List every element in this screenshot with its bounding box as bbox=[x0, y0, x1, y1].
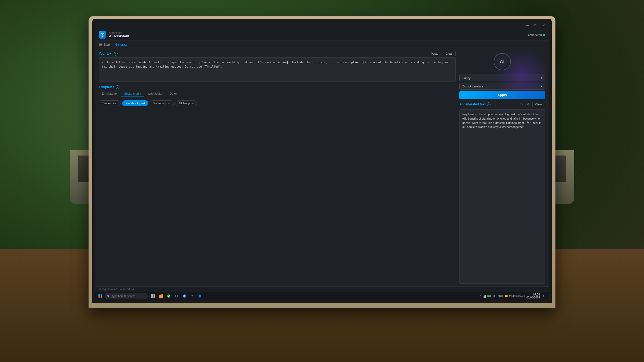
start-button[interactable] bbox=[97, 293, 104, 299]
nav-forward-button[interactable]: → bbox=[140, 32, 146, 37]
your-text-section: Your text i Paste Clear Write a 3-4 sent… bbox=[99, 51, 456, 83]
tone-chevron-icon: ▾ bbox=[541, 76, 542, 80]
svg-rect-3 bbox=[151, 296, 153, 298]
svg-rect-12 bbox=[485, 295, 486, 298]
window-chrome: — □ ✕ bbox=[95, 21, 549, 29]
app-brand: Ashampoo® bbox=[109, 32, 129, 34]
svg-rect-1 bbox=[151, 294, 153, 296]
ai-generated-section: AI generated text i ⧉ ⚙ Clear bbox=[459, 101, 545, 284]
ai-circle: AI bbox=[494, 53, 511, 70]
svg-text:M: M bbox=[506, 295, 507, 297]
your-text-clear-button[interactable]: Clear bbox=[443, 51, 456, 56]
win-sq-2 bbox=[101, 294, 102, 296]
tab-web[interactable]: Web design bbox=[144, 91, 166, 97]
facebook-post-button[interactable]: Facebook post bbox=[122, 100, 148, 106]
medal-area[interactable]: M Medal updates bbox=[504, 294, 525, 298]
youtube-post-button[interactable]: Youtube post bbox=[150, 100, 174, 106]
volume-icon bbox=[492, 294, 496, 298]
maximize-button[interactable]: □ bbox=[532, 23, 539, 28]
ai-generated-info-icon[interactable]: i bbox=[487, 102, 491, 106]
ai-generated-title-group: AI generated text i bbox=[459, 102, 491, 106]
tab-email[interactable]: Email/Letter bbox=[99, 91, 121, 97]
taskbar-checkmark-app[interactable] bbox=[165, 293, 172, 300]
svg-point-8 bbox=[184, 295, 185, 297]
taskbar-view-app[interactable] bbox=[150, 293, 157, 300]
app-icon bbox=[99, 31, 106, 39]
taskbar: 🔍 Type here to search bbox=[95, 292, 549, 300]
svg-rect-15 bbox=[488, 295, 490, 297]
taskbar-chrome-app[interactable] bbox=[181, 293, 188, 300]
breadcrumb-start[interactable]: Start bbox=[104, 43, 110, 46]
main-panel: Your text i Paste Clear Write a 3-4 sent… bbox=[95, 48, 549, 286]
controls-area: Funny ▾ Do not translate ▾ Apply bbox=[459, 75, 545, 99]
clock[interactable]: 07:56 02/08/2024 bbox=[526, 293, 540, 299]
taskbar-files-app[interactable] bbox=[158, 293, 164, 300]
minimize-button[interactable]: — bbox=[524, 23, 531, 28]
ai-output-text: Hey friends! Just dropped a new blog pos… bbox=[459, 109, 545, 284]
app-content: Ashampoo® AI-Assistant ← → connected ☰ bbox=[95, 29, 549, 292]
clock-date: 02/08/2024 bbox=[526, 296, 540, 299]
ai-circle-label: AI bbox=[500, 59, 505, 64]
system-tray: ⌃ bbox=[479, 294, 496, 298]
template-buttons: Twitter post Facebook post Youtube post … bbox=[99, 99, 456, 108]
ai-generated-header: AI generated text i ⧉ ⚙ Clear bbox=[459, 101, 545, 107]
ai-generated-label: AI generated text bbox=[459, 102, 485, 106]
templates-title-group: Templates i bbox=[99, 85, 456, 89]
taskbar-search-placeholder: Type here to search bbox=[112, 295, 135, 298]
translate-chevron-icon: ▾ bbox=[541, 84, 542, 88]
win-sq-1 bbox=[98, 294, 100, 296]
taskbar-shield-app[interactable] bbox=[196, 293, 203, 300]
close-button[interactable]: ✕ bbox=[540, 23, 547, 28]
templates-label: Templates bbox=[99, 85, 114, 89]
tone-label: Funny bbox=[462, 76, 471, 80]
taskbar-apps bbox=[150, 293, 203, 300]
tab-social[interactable]: Social media bbox=[121, 91, 144, 97]
templates-info-icon[interactable]: i bbox=[116, 85, 119, 89]
win-sq-3 bbox=[98, 296, 100, 298]
your-text-info-icon[interactable]: i bbox=[114, 52, 118, 56]
tab-other[interactable]: Other bbox=[166, 91, 180, 97]
nav-back-button[interactable]: ← bbox=[134, 32, 139, 37]
breadcrumb: ☰ Start > Generate bbox=[95, 41, 549, 48]
tone-dropdown[interactable]: Funny ▾ bbox=[459, 75, 545, 81]
right-pane: AI Funny ▾ Do not translate ▾ bbox=[459, 51, 545, 284]
apply-button[interactable]: Apply bbox=[459, 91, 545, 99]
ai-animation-area: AI bbox=[459, 51, 545, 72]
taskbar-search-icon: 🔍 bbox=[107, 295, 110, 298]
nav-arrows: ← → bbox=[134, 32, 146, 37]
taskbar-discord-app[interactable] bbox=[173, 293, 180, 300]
ai-clear-button[interactable]: Clear bbox=[532, 102, 545, 107]
your-text-header: Your text i Paste Clear bbox=[99, 51, 456, 56]
templates-section: Templates i Email/Letter Social media We… bbox=[99, 85, 456, 108]
taskbar-search[interactable]: 🔍 Type here to search bbox=[105, 293, 148, 299]
svg-rect-9 bbox=[483, 297, 483, 298]
windows-icon bbox=[98, 294, 102, 298]
taskbar-right: ⌃ bbox=[479, 293, 547, 299]
translate-dropdown[interactable]: Do not translate ▾ bbox=[459, 83, 545, 90]
left-pane: Your text i Paste Clear Write a 3-4 sent… bbox=[99, 51, 456, 284]
svg-rect-14 bbox=[491, 295, 491, 297]
laptop-bezel: — □ ✕ Ashampoo® AI-Assistant bbox=[92, 19, 552, 303]
your-text-title-group: Your text i bbox=[99, 52, 118, 56]
taskbar-arrow-app[interactable] bbox=[189, 293, 196, 300]
twitter-post-button[interactable]: Twitter post bbox=[99, 100, 121, 106]
settings-icon[interactable]: ⚙ bbox=[525, 101, 531, 107]
connected-badge: connected bbox=[528, 33, 545, 36]
tray-chevron[interactable]: ⌃ bbox=[479, 295, 481, 298]
laptop-outer: — □ ✕ Ashampoo® AI-Assistant bbox=[89, 16, 555, 308]
battery-icon bbox=[487, 294, 491, 298]
tiktok-post-button[interactable]: TikTok post bbox=[175, 100, 197, 106]
laptop-screen: — □ ✕ Ashampoo® AI-Assistant bbox=[95, 21, 549, 300]
svg-rect-4 bbox=[153, 296, 155, 298]
svg-rect-10 bbox=[484, 296, 484, 298]
your-text-buttons: Paste Clear bbox=[428, 51, 456, 56]
svg-rect-2 bbox=[153, 294, 155, 296]
network-icon bbox=[482, 294, 486, 298]
breadcrumb-separator: > bbox=[112, 43, 113, 46]
notification-button[interactable] bbox=[541, 293, 547, 299]
paste-button[interactable]: Paste bbox=[428, 51, 441, 56]
menu-icon[interactable]: ☰ bbox=[99, 42, 102, 47]
your-text-input[interactable]: Write a 3-4 sentence Facebook post for a… bbox=[99, 57, 456, 82]
your-text-label: Your text bbox=[99, 52, 112, 56]
copy-icon[interactable]: ⧉ bbox=[519, 101, 525, 107]
